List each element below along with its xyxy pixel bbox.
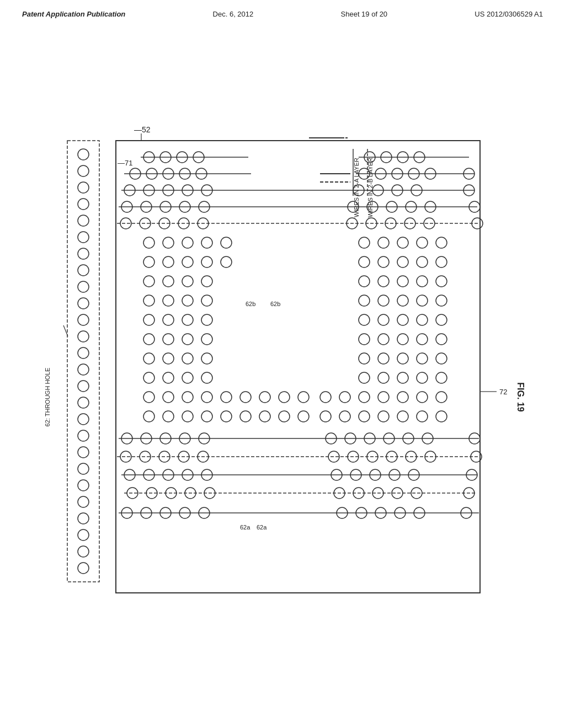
svg-point-127	[436, 276, 447, 287]
date-label: Dec. 6, 2012	[213, 10, 254, 18]
svg-point-169	[201, 372, 212, 383]
svg-point-16	[78, 232, 89, 243]
svg-point-115	[378, 256, 389, 267]
top-connected-right-row2	[356, 168, 475, 179]
svg-point-146	[417, 314, 428, 325]
svg-text:72: 72	[499, 388, 507, 396]
svg-text:62: THROUGH HOLE: 62: THROUGH HOLE	[44, 368, 51, 427]
svg-point-185	[339, 392, 350, 403]
svg-point-152	[359, 334, 370, 345]
svg-point-141	[182, 314, 193, 325]
svg-point-147	[436, 314, 447, 325]
svg-point-113	[221, 256, 232, 267]
svg-point-203	[378, 411, 389, 422]
svg-rect-10	[67, 141, 99, 582]
patent-number-label: US 2012/0306529 A1	[475, 10, 543, 18]
svg-point-25	[78, 381, 89, 392]
svg-point-186	[359, 392, 370, 403]
svg-text:62b: 62b	[270, 301, 280, 307]
svg-point-197	[259, 411, 270, 422]
svg-point-110	[163, 256, 174, 267]
svg-point-183	[298, 392, 309, 403]
middle-plain-circles: 62b 62b	[143, 237, 447, 422]
svg-point-202	[359, 411, 370, 422]
svg-point-161	[359, 353, 370, 364]
svg-point-26	[78, 397, 89, 408]
svg-point-177	[182, 392, 193, 403]
svg-point-172	[397, 372, 408, 383]
svg-point-175	[143, 392, 154, 403]
bottom-connected-row1	[119, 433, 480, 444]
svg-point-137	[417, 295, 428, 306]
svg-point-196	[240, 411, 251, 422]
svg-point-13	[78, 182, 89, 193]
svg-text:—71: —71	[118, 159, 132, 167]
svg-point-171	[378, 372, 389, 383]
svg-point-156	[436, 334, 447, 345]
svg-point-21	[78, 314, 89, 325]
svg-point-17	[78, 248, 89, 259]
svg-point-30	[78, 463, 89, 474]
bottom-connected-row2	[117, 451, 482, 462]
svg-point-24	[78, 364, 89, 375]
svg-point-104	[359, 237, 370, 248]
svg-point-174	[436, 372, 447, 383]
svg-point-106	[397, 237, 408, 248]
svg-point-200	[320, 411, 331, 422]
svg-text:62b: 62b	[246, 301, 255, 307]
svg-point-112	[201, 256, 212, 267]
svg-point-176	[163, 392, 174, 403]
svg-point-109	[143, 256, 154, 267]
svg-point-205	[417, 411, 428, 422]
svg-point-28	[78, 430, 89, 441]
svg-point-35	[78, 546, 89, 557]
svg-point-170	[359, 372, 370, 383]
svg-point-173	[417, 372, 428, 383]
svg-point-122	[201, 276, 212, 287]
svg-point-120	[163, 276, 174, 287]
svg-point-119	[143, 276, 154, 287]
svg-point-180	[240, 392, 251, 403]
svg-point-103	[221, 237, 232, 248]
svg-point-192	[163, 411, 174, 422]
svg-point-140	[163, 314, 174, 325]
svg-point-190	[436, 392, 447, 403]
top-connected-row5	[117, 218, 483, 229]
svg-point-32	[78, 496, 89, 507]
svg-point-143	[359, 314, 370, 325]
top-connected-right-row1	[359, 152, 469, 163]
top-connected-left-row2	[124, 168, 251, 179]
svg-point-155	[417, 334, 428, 345]
svg-point-20	[78, 298, 89, 309]
svg-point-111	[182, 256, 193, 267]
svg-point-14	[78, 199, 89, 210]
svg-point-12	[78, 165, 89, 176]
top-connected-row4	[119, 201, 480, 212]
svg-point-188	[397, 392, 408, 403]
svg-point-157	[143, 353, 154, 364]
svg-point-131	[201, 295, 212, 306]
publication-label: Patent Application Publication	[22, 10, 125, 18]
svg-point-195	[221, 411, 232, 422]
svg-point-107	[417, 237, 428, 248]
svg-point-31	[78, 480, 89, 491]
svg-point-160	[201, 353, 212, 364]
svg-point-114	[359, 256, 370, 267]
svg-point-125	[397, 276, 408, 287]
svg-point-179	[221, 392, 232, 403]
svg-point-193	[182, 411, 193, 422]
svg-point-27	[78, 414, 89, 425]
svg-point-135	[378, 295, 389, 306]
left-through-holes	[67, 141, 99, 582]
svg-point-36	[78, 563, 89, 574]
svg-point-158	[163, 353, 174, 364]
svg-point-129	[163, 295, 174, 306]
svg-point-29	[78, 447, 89, 458]
svg-point-23	[78, 347, 89, 358]
svg-point-194	[201, 411, 212, 422]
svg-point-189	[417, 392, 428, 403]
svg-point-198	[279, 411, 290, 422]
svg-point-102	[201, 237, 212, 248]
top-connected-row3	[121, 185, 475, 196]
svg-point-130	[182, 295, 193, 306]
